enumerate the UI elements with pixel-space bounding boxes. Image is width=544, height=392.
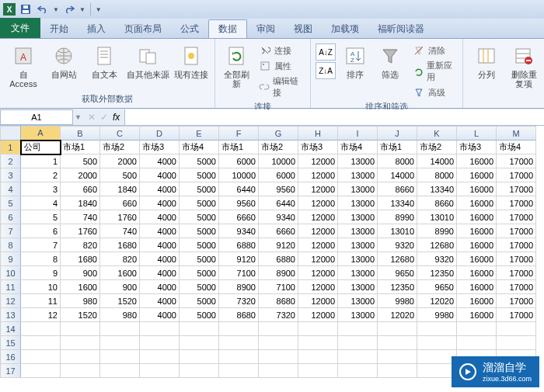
cell-A13[interactable]: 12 — [21, 308, 61, 322]
cell-B7[interactable]: 1760 — [61, 224, 100, 238]
column-header-J[interactable]: J — [378, 127, 417, 140]
row-header-6[interactable]: 6 — [1, 210, 21, 224]
column-header-L[interactable]: L — [457, 127, 497, 140]
cell-B4[interactable]: 660 — [61, 182, 100, 196]
cell-C13[interactable]: 980 — [100, 308, 140, 322]
cell-H10[interactable]: 12000 — [298, 266, 338, 280]
cell-D7[interactable]: 4000 — [140, 224, 180, 238]
cell-M11[interactable]: 17000 — [497, 280, 536, 294]
cell-E13[interactable]: 5000 — [180, 308, 219, 322]
sort-asc-button[interactable]: A↓Z — [316, 43, 336, 61]
cell-L4[interactable]: 16000 — [457, 182, 497, 196]
cell-D12[interactable]: 4000 — [140, 294, 180, 308]
cell-E1[interactable]: 市场4 — [180, 140, 219, 154]
cell-C9[interactable]: 820 — [100, 252, 140, 266]
cell-C4[interactable]: 1840 — [100, 182, 140, 196]
cell-M14[interactable] — [497, 322, 536, 336]
cell-G12[interactable]: 8680 — [259, 294, 298, 308]
cell-L7[interactable]: 16000 — [457, 224, 497, 238]
cell-B14[interactable] — [61, 322, 100, 336]
cell-E2[interactable]: 5000 — [180, 154, 219, 168]
cell-I12[interactable]: 13000 — [338, 294, 378, 308]
cell-I4[interactable]: 13000 — [338, 182, 378, 196]
cell-H14[interactable] — [298, 322, 338, 336]
cell-J2[interactable]: 8000 — [378, 154, 417, 168]
cell-F15[interactable] — [219, 336, 259, 350]
save-button[interactable] — [19, 2, 33, 16]
cell-I16[interactable] — [338, 350, 378, 364]
cell-B15[interactable] — [61, 336, 100, 350]
cell-I10[interactable]: 13000 — [338, 266, 378, 280]
cell-I3[interactable]: 13000 — [338, 168, 378, 182]
cell-L9[interactable]: 16000 — [457, 252, 497, 266]
cell-G6[interactable]: 9340 — [259, 210, 298, 224]
cell-F10[interactable]: 7100 — [219, 266, 259, 280]
qat-customize-icon[interactable]: ▼ — [96, 6, 102, 13]
cell-F1[interactable]: 市场1 — [219, 140, 259, 154]
cell-M10[interactable]: 17000 — [497, 266, 536, 280]
cell-L2[interactable]: 16000 — [457, 154, 497, 168]
cell-F16[interactable] — [219, 350, 259, 364]
cell-C17[interactable] — [100, 364, 140, 378]
cell-D4[interactable]: 4000 — [140, 182, 180, 196]
cell-J12[interactable]: 9980 — [378, 294, 417, 308]
fx-icon[interactable]: fx — [113, 112, 120, 123]
enter-formula-icon[interactable]: ✓ — [100, 112, 108, 123]
cell-K9[interactable]: 9320 — [417, 252, 457, 266]
sort-desc-button[interactable]: Z↓A — [316, 62, 336, 79]
cell-G17[interactable] — [259, 364, 298, 378]
cell-I7[interactable]: 13000 — [338, 224, 378, 238]
cell-K12[interactable]: 12020 — [417, 294, 457, 308]
cell-K13[interactable]: 9980 — [417, 308, 457, 322]
cell-I11[interactable]: 13000 — [338, 280, 378, 294]
cell-H17[interactable] — [298, 364, 338, 378]
cell-G16[interactable] — [259, 350, 298, 364]
row-header-17[interactable]: 17 — [1, 364, 21, 378]
cell-M7[interactable]: 17000 — [497, 224, 536, 238]
cancel-formula-icon[interactable]: ✕ — [88, 112, 96, 123]
cell-L10[interactable]: 16000 — [457, 266, 497, 280]
row-header-15[interactable]: 15 — [1, 336, 21, 350]
tab-pagelayout[interactable]: 页面布局 — [115, 19, 171, 38]
cell-J3[interactable]: 14000 — [378, 168, 417, 182]
cell-F5[interactable]: 9560 — [219, 196, 259, 210]
cell-A4[interactable]: 3 — [21, 182, 61, 196]
cell-E16[interactable] — [180, 350, 219, 364]
cell-L12[interactable]: 16000 — [457, 294, 497, 308]
cell-H12[interactable]: 12000 — [298, 294, 338, 308]
cell-K17[interactable] — [417, 364, 457, 378]
cell-G9[interactable]: 6880 — [259, 252, 298, 266]
cell-I8[interactable]: 13000 — [338, 238, 378, 252]
cell-A3[interactable]: 2 — [21, 168, 61, 182]
row-header-14[interactable]: 14 — [1, 322, 21, 336]
cell-M3[interactable]: 17000 — [497, 168, 536, 182]
remove-dup-button[interactable]: 删除重复项 — [508, 43, 539, 88]
cell-K7[interactable]: 8990 — [417, 224, 457, 238]
cell-E14[interactable] — [180, 322, 219, 336]
undo-button[interactable] — [36, 2, 50, 16]
column-header-H[interactable]: H — [298, 127, 338, 140]
cell-E8[interactable]: 5000 — [180, 238, 219, 252]
connections-button[interactable]: 连接 — [256, 43, 305, 57]
cell-B5[interactable]: 1840 — [61, 196, 100, 210]
cell-H15[interactable] — [298, 336, 338, 350]
cell-L3[interactable]: 16000 — [457, 168, 497, 182]
cell-M5[interactable]: 17000 — [497, 196, 536, 210]
cell-F13[interactable]: 8680 — [219, 308, 259, 322]
cell-M1[interactable]: 市场4 — [497, 140, 536, 154]
cell-I9[interactable]: 13000 — [338, 252, 378, 266]
cell-L15[interactable] — [457, 336, 497, 350]
from-access-button[interactable]: A 自 Access — [5, 43, 42, 88]
cell-G3[interactable]: 6000 — [259, 168, 298, 182]
tab-insert[interactable]: 插入 — [78, 19, 115, 38]
cell-D3[interactable]: 4000 — [140, 168, 180, 182]
cell-G8[interactable]: 9120 — [259, 238, 298, 252]
cell-D13[interactable]: 4000 — [140, 308, 180, 322]
cell-A10[interactable]: 9 — [21, 266, 61, 280]
cell-L13[interactable]: 16000 — [457, 308, 497, 322]
row-header-7[interactable]: 7 — [1, 224, 21, 238]
tab-review[interactable]: 审阅 — [247, 19, 284, 38]
cell-E6[interactable]: 5000 — [180, 210, 219, 224]
cell-H9[interactable]: 12000 — [298, 252, 338, 266]
cell-J1[interactable]: 市场1 — [378, 140, 417, 154]
